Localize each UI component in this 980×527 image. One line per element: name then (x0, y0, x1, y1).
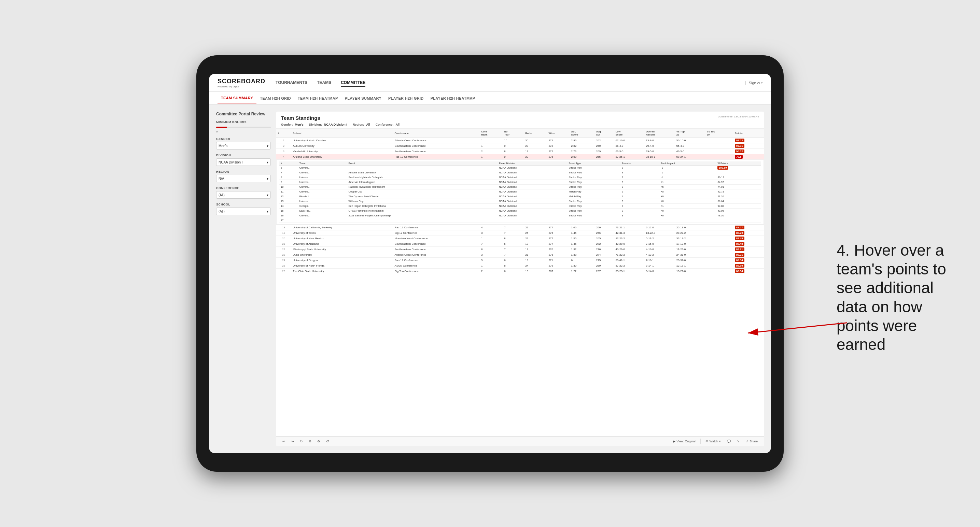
nav-tournaments[interactable]: TOURNAMENTS (275, 79, 307, 87)
col-rank: # (276, 129, 291, 138)
sub-nav-player-h2h-heatmap[interactable]: PLAYER H2H HEATMAP (427, 94, 479, 103)
sidebar-title: Committee Portal Review (216, 112, 271, 116)
sidebar-min-rounds: Minimum Rounds 0 (216, 121, 271, 133)
gender-select[interactable]: Men's ▾ (216, 142, 271, 149)
col-vs50: Vs Top50 (705, 129, 733, 138)
table-row[interactable]: 1 University of North Carolina Atlantic … (276, 138, 764, 143)
logo-title: SCOREBOARD (218, 78, 265, 85)
col-avg-sg: AvgSG (595, 129, 614, 138)
table-row[interactable]: 19 University of Texas Big 12 Conference… (276, 230, 764, 236)
view-original-button[interactable]: ▶ View: Original (672, 439, 697, 444)
nav-committee[interactable]: COMMITTEE (341, 79, 365, 87)
update-time: Update time: 13/03/2024 10:03:42 (718, 115, 759, 118)
sub-nav-team-summary[interactable]: TEAM SUMMARY (218, 93, 256, 103)
school-select[interactable]: (All) ▾ (216, 208, 271, 215)
logo-sub: Powered by clippi (218, 85, 265, 88)
table-row[interactable]: 26 The Ohio State University Big Ten Con… (276, 268, 764, 274)
col-overall: OverallRecord (644, 129, 675, 138)
panel-title: Team Standings (281, 115, 320, 121)
table-row[interactable]: 3 Vanderbilt University Southeastern Con… (276, 149, 764, 154)
table-row[interactable]: 20 University of New Mexico Mountain Wes… (276, 236, 764, 241)
resize-button[interactable]: ⤡ (735, 439, 741, 444)
sidebar-gender: Gender Men's ▾ (216, 137, 271, 149)
settings-button[interactable]: ⚙ (316, 439, 321, 444)
sidebar-division: Division NCAA Division I ▾ (216, 154, 271, 166)
tablet-screen: SCOREBOARD Powered by clippi TOURNAMENTS… (209, 74, 771, 453)
col-adj-score: Adj.Score (570, 129, 595, 138)
share-button[interactable]: ↗ Share (745, 439, 759, 444)
sidebar-conference: Conference (All) ▾ (216, 186, 271, 198)
sub-nav-team-h2h-grid[interactable]: TEAM H2H GRID (256, 94, 294, 103)
table-row[interactable]: 22 Mississippi State University Southeas… (276, 247, 764, 252)
table-row[interactable]: 24 University of Oregon Pac-12 Conferenc… (276, 258, 764, 263)
main-panel: Team Standings Update time: 13/03/2024 1… (276, 112, 764, 446)
nav-teams[interactable]: TEAMS (317, 79, 331, 87)
filter-row: Gender: Men's Division: NCAA Division I … (281, 123, 759, 126)
col-conference: Conference (393, 129, 479, 138)
comment-button[interactable]: 💬 (725, 439, 732, 444)
refresh-button[interactable]: ↻ (299, 439, 304, 444)
division-select[interactable]: NCAA Division I ▾ (216, 159, 271, 166)
col-no-tour: NoTour (502, 129, 523, 138)
table-row[interactable]: 2 Auburn University Southeastern Confere… (276, 143, 764, 149)
tooltip-row: # Team Event Event Division Event Type R… (276, 160, 764, 225)
table-row[interactable]: 25 University of North Florida ASUN Conf… (276, 263, 764, 268)
content-area: Committee Portal Review Minimum Rounds 0… (209, 105, 771, 453)
watch-button[interactable]: 👁 Watch ▾ (704, 439, 722, 444)
table-row[interactable]: 4 Arizona State University Pac-12 Confer… (276, 154, 764, 160)
table-header-row: # School Conference ConfRank NoTour Rnds… (276, 129, 764, 138)
conference-select[interactable]: (All) ▾ (216, 191, 271, 198)
sub-nav-player-h2h-grid[interactable]: PLAYER H2H GRID (385, 94, 427, 103)
col-low-score: LowScore (614, 129, 644, 138)
col-vs25: Vs Top25 (675, 129, 705, 138)
copy-button[interactable]: ⧉ (308, 439, 312, 444)
region-select[interactable]: N/A ▾ (216, 175, 271, 182)
svg-line-1 (748, 323, 847, 333)
bottom-toolbar: ↩ ↪ ↻ ⧉ ⚙ ⏱ ▶ View: Original 👁 Watch (276, 436, 764, 446)
col-school: School (291, 129, 393, 138)
main-nav: TOURNAMENTS TEAMS COMMITTEE (275, 79, 745, 87)
col-rnds: Rnds (523, 129, 547, 138)
col-points: Points (733, 129, 764, 138)
tablet-shell: SCOREBOARD Powered by clippi TOURNAMENTS… (196, 55, 784, 472)
table-row[interactable]: 23 Duke University Atlantic Coast Confer… (276, 252, 764, 258)
col-conf-rank: ConfRank (479, 129, 502, 138)
top-nav: SCOREBOARD Powered by clippi TOURNAMENTS… (209, 74, 771, 92)
annotation: 4. Hover over a team's points to see add… (837, 241, 966, 354)
table-row[interactable]: 21 University of Alabama Southeastern Co… (276, 241, 764, 247)
panel-header: Team Standings Update time: 13/03/2024 1… (276, 112, 764, 129)
sidebar-school: School (All) ▾ (216, 203, 271, 215)
logo-area: SCOREBOARD Powered by clippi (218, 78, 265, 88)
sub-nav-team-h2h-heatmap[interactable]: TEAM H2H HEATMAP (294, 94, 342, 103)
sidebar-region: Region N/A ▾ (216, 170, 271, 182)
table-row[interactable]: 18 University of California, Berkeley Pa… (276, 225, 764, 230)
timer-button[interactable]: ⏱ (325, 439, 331, 444)
undo-button[interactable]: ↩ (281, 439, 286, 444)
sub-nav: TEAM SUMMARY TEAM H2H GRID TEAM H2H HEAT… (209, 92, 771, 105)
data-table: # School Conference ConfRank NoTour Rnds… (276, 129, 764, 436)
annotation-arrow (741, 316, 850, 343)
sub-nav-player-summary[interactable]: PLAYER SUMMARY (342, 94, 385, 103)
col-wins: Wins (547, 129, 569, 138)
sidebar: Committee Portal Review Minimum Rounds 0… (216, 112, 271, 446)
annotation-text: 4. Hover over a team's points to see add… (837, 241, 966, 354)
sign-out-link[interactable]: Sign out (749, 81, 762, 85)
redo-button[interactable]: ↪ (290, 439, 295, 444)
